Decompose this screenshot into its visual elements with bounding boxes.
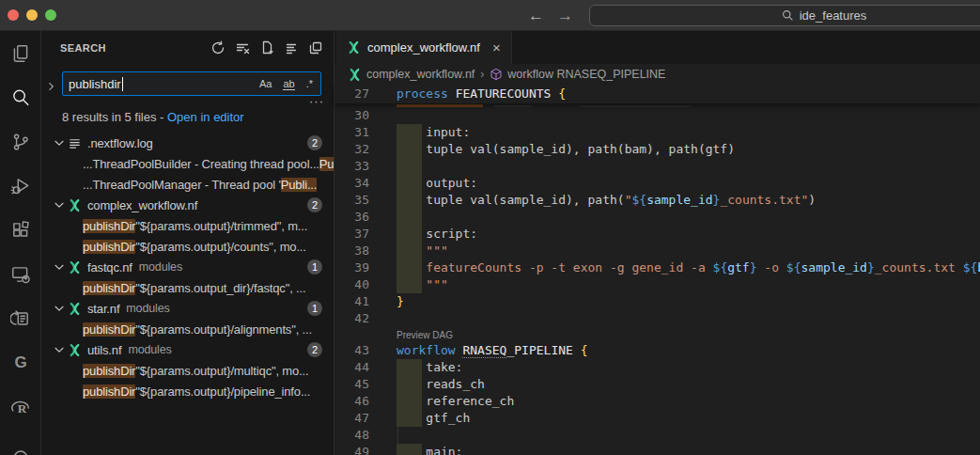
file-row-star-nf[interactable]: star.nfmodules1 xyxy=(41,298,334,319)
sticky-scroll-line[interactable]: 27process FEATURECOUNTS { xyxy=(334,85,980,103)
line-number: 40 xyxy=(334,276,369,293)
code-line-36[interactable]: 36 xyxy=(334,209,980,226)
panel-title: SEARCH xyxy=(60,42,106,54)
tab-close-icon[interactable]: × xyxy=(492,39,501,55)
match-case-toggle[interactable]: Aa xyxy=(257,77,273,90)
code-line-45[interactable]: 45 reads_ch xyxy=(334,376,980,393)
search-match-row[interactable]: publishDir "${params.output_dir}/fastqc"… xyxy=(41,277,334,298)
breadcrumb-symbol[interactable]: workflow RNASEQ_PIPELINE xyxy=(490,68,665,81)
remote-explorer-icon xyxy=(10,264,31,285)
open-in-editor-button[interactable] xyxy=(305,38,326,58)
code-line-30[interactable]: 30 xyxy=(334,107,980,124)
code-line-39[interactable]: 39 featureCounts -p -t exon -g gene_id -… xyxy=(334,259,980,276)
code-line-49[interactable]: 49 main: xyxy=(334,444,980,455)
line-number: 44 xyxy=(334,359,369,376)
navigate-back-icon[interactable]: ← xyxy=(528,7,544,25)
chevron-down-icon[interactable] xyxy=(53,198,68,212)
activity-item-doc-sync[interactable] xyxy=(0,296,41,340)
close-window-button[interactable] xyxy=(8,9,19,21)
minimize-window-button[interactable] xyxy=(26,9,38,21)
explorer-icon xyxy=(10,43,31,64)
code-line-33[interactable]: 33 xyxy=(334,158,980,175)
code-line-42[interactable]: 42 xyxy=(334,310,980,327)
code-line-37[interactable]: 37 script: xyxy=(334,226,980,243)
code-line-31[interactable]: 31 input: xyxy=(334,124,980,141)
codelens[interactable]: Preview DAG xyxy=(334,327,980,342)
command-center-search-box[interactable]: ide_features xyxy=(589,5,980,26)
search-match-row[interactable]: publishDir "${params.output}/counts", mo… xyxy=(41,236,334,257)
match-whole-word-toggle[interactable]: ab xyxy=(281,77,296,90)
code-editor[interactable]: 3031 input:32 tuple val(sample_id), path… xyxy=(334,107,980,455)
activity-item-source-control[interactable] xyxy=(0,119,41,164)
svg-text:R: R xyxy=(18,401,27,416)
view-as-list-icon xyxy=(284,40,299,55)
search-match-row[interactable]: publishDir "${params.output}/alignments"… xyxy=(41,319,334,339)
file-row-fastqc-nf[interactable]: fastqc.nfmodules1 xyxy=(41,257,334,277)
line-number: 48 xyxy=(334,427,369,444)
search-match-row[interactable]: publishDir "${params.output}/pipeline_in… xyxy=(41,381,334,401)
code-line-48[interactable]: 48 xyxy=(334,427,980,444)
r-lang-icon: R xyxy=(9,397,32,417)
breadcrumb: complex_workflow.nf › workflow RNASEQ_PI… xyxy=(334,64,980,85)
view-as-list-button[interactable] xyxy=(281,38,302,58)
code-line-27[interactable]: 27process FEATURECOUNTS { xyxy=(334,85,980,103)
code-line-34[interactable]: 34 output: xyxy=(334,175,980,192)
search-match-row[interactable]: ...ThreadPoolManager - Thread pool 'Publ… xyxy=(41,174,334,195)
line-number: 39 xyxy=(334,259,369,276)
refresh-button[interactable] xyxy=(208,38,228,58)
toggle-replace-button[interactable] xyxy=(45,76,60,97)
tab-complex-workflow-nf[interactable]: complex_workflow.nf × xyxy=(336,31,512,64)
code-line-43[interactable]: 43workflow RNASEQ_PIPELINE { xyxy=(334,342,980,359)
code-line-41[interactable]: 41} xyxy=(334,293,980,310)
line-number: 41 xyxy=(334,293,369,310)
maximize-window-button[interactable] xyxy=(45,9,56,21)
search-match-row[interactable]: publishDir "${params.output}/multiqc", m… xyxy=(41,360,334,381)
indent-highlight xyxy=(397,158,422,175)
activity-item-extensions[interactable] xyxy=(0,208,41,252)
search-input[interactable]: publishdir Aaab.* xyxy=(62,71,321,96)
activity-item-run-and-debug[interactable] xyxy=(0,164,41,208)
activity-item-search[interactable] xyxy=(0,75,41,119)
activity-item-remote-explorer[interactable] xyxy=(0,252,41,296)
line-number: 47 xyxy=(334,410,369,427)
activity-item-gitlens[interactable]: G xyxy=(0,340,41,384)
nextflow-file-icon xyxy=(68,302,83,316)
line-number: 45 xyxy=(334,376,369,393)
code-line-47[interactable]: 47 gtf_ch xyxy=(334,410,980,427)
match-count-badge: 1 xyxy=(307,301,322,316)
search-match-row[interactable]: publishDir "${params.output}/trimmed", m… xyxy=(41,215,334,236)
search-match-row[interactable]: ...ThreadPoolBuilder - Creating thread p… xyxy=(41,153,334,174)
line-number: 38 xyxy=(334,243,369,259)
breadcrumb-file[interactable]: complex_workflow.nf xyxy=(348,68,474,82)
code-line-40[interactable]: 40 """ xyxy=(334,276,980,293)
code-line-46[interactable]: 46 reference_ch xyxy=(334,393,980,410)
activity-item-explorer[interactable] xyxy=(0,31,41,75)
line-number: 43 xyxy=(334,342,369,359)
indent-guide xyxy=(397,427,398,444)
source-control-icon xyxy=(10,132,31,152)
code-line-35[interactable]: 35 tuple val(sample_id), path("${sample_… xyxy=(334,192,980,209)
extensions-icon xyxy=(10,220,31,241)
activity-item-r-lang[interactable]: R xyxy=(0,384,41,429)
code-line-32[interactable]: 32 tuple val(sample_id), path(bam), path… xyxy=(334,141,980,158)
navigate-forward-icon[interactable]: → xyxy=(557,7,573,25)
chevron-down-icon[interactable] xyxy=(53,302,68,315)
search-results-tree: .nextflow.log2...ThreadPoolBuilder - Cre… xyxy=(41,133,334,401)
code-line-38[interactable]: 38 """ xyxy=(334,243,980,259)
activity-item-partial[interactable] xyxy=(0,429,41,455)
code-line-44[interactable]: 44 take: xyxy=(334,359,980,376)
use-regex-toggle[interactable]: .* xyxy=(304,77,315,90)
file-row-complex-workflow-nf[interactable]: complex_workflow.nf2 xyxy=(41,195,334,215)
results-summary: 8 results in 5 files - Open in editor xyxy=(62,110,244,124)
chevron-down-icon[interactable] xyxy=(53,343,68,356)
tab-label: complex_workflow.nf xyxy=(367,40,480,55)
toggle-search-details-button[interactable]: ··· xyxy=(309,97,324,106)
file-row-utils-nf[interactable]: utils.nfmodules2 xyxy=(41,339,334,360)
open-in-editor-link[interactable]: Open in editor xyxy=(167,110,244,124)
clear-results-button[interactable] xyxy=(232,38,253,58)
new-search-editor-button[interactable] xyxy=(257,38,277,58)
chevron-down-icon[interactable] xyxy=(53,136,68,149)
chevron-down-icon[interactable] xyxy=(53,260,68,274)
file-row-nextflow-log[interactable]: .nextflow.log2 xyxy=(41,133,334,153)
editor-group: complex_workflow.nf × complex_workflow.n… xyxy=(334,31,980,455)
